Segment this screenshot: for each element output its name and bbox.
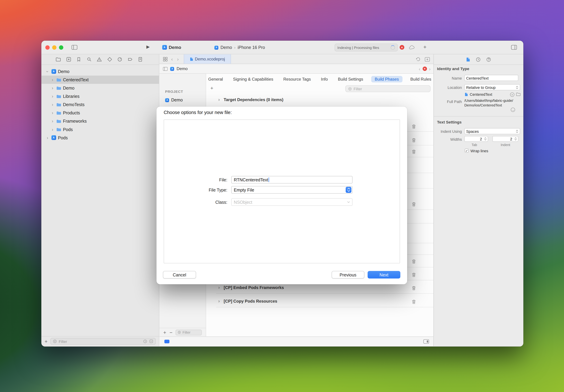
disclosure-chevron-icon[interactable]: › xyxy=(50,102,55,107)
file-inspector-icon[interactable] xyxy=(466,57,470,62)
tab-general[interactable]: General xyxy=(206,76,225,82)
clear-location-icon[interactable]: × xyxy=(510,93,514,97)
disclosure-chevron-icon[interactable]: › xyxy=(50,94,55,98)
remove-target-button[interactable]: − xyxy=(169,330,172,335)
trash-icon[interactable] xyxy=(412,149,416,154)
disclosure-chevron-icon[interactable]: › xyxy=(50,127,55,132)
disclosure-chevron-icon[interactable]: › xyxy=(50,86,55,90)
tree-item-demotests[interactable]: › DemoTests xyxy=(41,100,159,109)
scheme-device[interactable]: iPhone 16 Pro xyxy=(238,45,265,50)
add-file-button[interactable]: + xyxy=(45,339,48,344)
scheme-name[interactable]: Demo xyxy=(220,45,232,50)
zoom-window-button[interactable] xyxy=(59,45,63,50)
choose-folder-icon[interactable] xyxy=(516,93,521,96)
reports-navigator-icon[interactable] xyxy=(138,57,143,62)
issue-badge[interactable]: × xyxy=(423,67,427,71)
section-copy-pods-resources[interactable]: › [CP] Copy Pods Resources xyxy=(217,299,277,303)
editor-tab-demo-xcodeproj[interactable]: Demo.xcodeproj xyxy=(184,54,231,64)
tree-item-pods-project[interactable]: › Pods xyxy=(41,133,159,142)
tree-item-frameworks[interactable]: › Frameworks xyxy=(41,117,159,125)
adjust-editor-icon[interactable] xyxy=(165,340,169,343)
cancel-button[interactable]: Cancel xyxy=(163,271,196,279)
source-control-filter-icon[interactable] xyxy=(149,339,153,343)
add-editor-icon[interactable] xyxy=(425,57,430,61)
disclosure-chevron-icon[interactable]: › xyxy=(45,136,50,140)
tree-item-products[interactable]: › Products xyxy=(41,109,159,117)
tab-build-rules[interactable]: Build Rules xyxy=(408,76,434,82)
find-navigator-icon[interactable] xyxy=(86,57,91,62)
open-path-icon[interactable]: → xyxy=(511,108,515,112)
section-target-dependencies[interactable]: › Target Dependencies (0 items) xyxy=(217,98,283,102)
name-field[interactable] xyxy=(464,75,518,81)
indent-width-stepper[interactable]: 2 xyxy=(492,136,518,142)
debug-navigator-icon[interactable] xyxy=(117,57,122,62)
stepper-chevrons-icon[interactable] xyxy=(514,137,517,141)
section-embed-pods-frameworks[interactable]: › [CP] Embed Pods Frameworks xyxy=(217,285,284,290)
back-button[interactable]: ‹ xyxy=(169,56,175,62)
editor-layout-icon[interactable] xyxy=(423,339,429,344)
run-button[interactable]: ▶ xyxy=(146,44,150,49)
tree-item-libraries[interactable]: › Libraries xyxy=(41,92,159,100)
tab-signing-capabilities[interactable]: Signing & Capabilities xyxy=(231,76,275,82)
tab-width-stepper[interactable]: 2 xyxy=(464,136,488,142)
disclosure-chevron-icon[interactable]: › xyxy=(50,119,55,123)
previous-issue-icon[interactable]: ‹ xyxy=(419,66,420,71)
group-row[interactable]: CenteredText xyxy=(465,92,492,97)
history-icon[interactable] xyxy=(416,57,420,61)
target-filter-field[interactable]: Filter xyxy=(176,329,202,335)
next-button[interactable]: Next xyxy=(368,271,400,279)
trash-icon[interactable] xyxy=(412,124,416,129)
error-count-badge[interactable]: × xyxy=(399,45,404,50)
toggle-inspector-icon[interactable] xyxy=(511,45,517,50)
breadcrumb[interactable]: Demo xyxy=(177,67,188,71)
scheme-selector[interactable]: Demo › iPhone 16 Pro xyxy=(214,45,265,50)
forward-button[interactable]: › xyxy=(175,56,181,62)
issues-navigator-icon[interactable] xyxy=(97,57,102,62)
project-navigator-icon[interactable] xyxy=(56,57,61,62)
history-inspector-icon[interactable] xyxy=(476,57,481,62)
file-name-input[interactable]: RTNCenteredText xyxy=(231,176,352,184)
class-dropdown[interactable]: NSObject xyxy=(231,198,352,206)
file-type-dropdown[interactable]: Empty File xyxy=(231,186,352,194)
tests-navigator-icon[interactable] xyxy=(107,57,112,62)
tree-item-demo-folder[interactable]: › Demo xyxy=(41,84,159,92)
breakpoints-navigator-icon[interactable] xyxy=(128,57,133,62)
help-inspector-icon[interactable] xyxy=(486,57,491,62)
build-phases-filter-field[interactable]: Filter xyxy=(345,85,431,92)
disclosure-chevron-icon[interactable]: › xyxy=(217,285,221,290)
toggle-navigator-icon[interactable] xyxy=(72,45,77,50)
location-dropdown[interactable]: Relative to Group xyxy=(464,84,520,90)
cloud-status-icon[interactable] xyxy=(409,45,415,50)
activity-status[interactable]: Indexing | Processing files xyxy=(334,43,398,52)
disclosure-chevron-icon[interactable]: › xyxy=(45,69,50,73)
next-issue-icon[interactable]: › xyxy=(429,66,431,71)
tab-build-settings[interactable]: Build Settings xyxy=(336,76,365,82)
tab-build-phases[interactable]: Build Phases xyxy=(371,76,402,82)
tab-info[interactable]: Info xyxy=(319,76,330,82)
disclosure-chevron-icon[interactable]: › xyxy=(217,299,221,303)
trash-icon[interactable] xyxy=(412,286,416,290)
previous-button[interactable]: Previous xyxy=(331,271,364,279)
project-row-demo[interactable]: Demo xyxy=(165,98,183,102)
add-toolbar-button[interactable]: + xyxy=(423,44,426,50)
source-control-navigator-icon[interactable] xyxy=(66,57,71,62)
navigator-filter-field[interactable]: Filter xyxy=(50,338,156,345)
trash-icon[interactable] xyxy=(412,259,416,264)
dropdown-stepper-icon[interactable] xyxy=(346,187,351,193)
tab-overview-icon[interactable] xyxy=(159,57,169,61)
indent-using-dropdown[interactable]: Spaces xyxy=(464,128,520,134)
add-build-phase-button[interactable]: + xyxy=(210,86,213,91)
disclosure-chevron-icon[interactable]: › xyxy=(217,98,221,102)
trash-icon[interactable] xyxy=(412,272,416,277)
minimize-window-button[interactable] xyxy=(52,45,56,50)
tree-item-pods-folder[interactable]: › Pods xyxy=(41,125,159,133)
stepper-chevrons-icon[interactable] xyxy=(484,137,487,141)
add-target-button[interactable]: + xyxy=(163,330,166,335)
close-window-button[interactable] xyxy=(45,45,50,50)
disclosure-chevron-icon[interactable]: › xyxy=(50,78,55,82)
bookmarks-navigator-icon[interactable] xyxy=(76,57,81,62)
trash-icon[interactable] xyxy=(412,202,416,207)
recent-files-icon[interactable] xyxy=(143,339,147,343)
trash-icon[interactable] xyxy=(412,138,416,142)
related-items-icon[interactable] xyxy=(163,67,167,71)
